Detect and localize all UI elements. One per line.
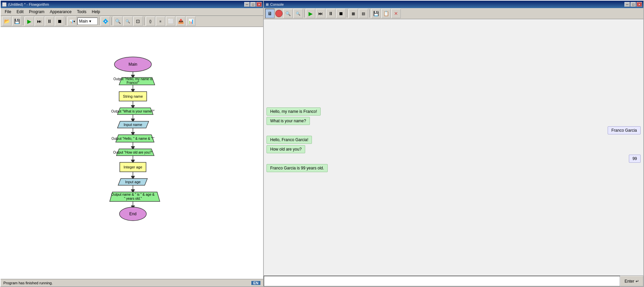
flowgorithm-status-bar: Program has finished running. EN [1, 279, 263, 286]
shapes-btn[interactable]: 💠 [101, 17, 110, 26]
console-run-btn[interactable]: ▶ [306, 9, 315, 18]
console-messages-area[interactable]: Hello, my name is Franco! What is your n… [264, 19, 643, 276]
open-btn[interactable]: 📂 [2, 17, 11, 26]
menu-appearance[interactable]: Appearance [47, 9, 74, 15]
lang-badge: EN [251, 281, 260, 285]
console-record-btn[interactable] [275, 10, 283, 17]
svg-text:End: End [129, 212, 136, 216]
console-msg-5: How old are you? [266, 145, 305, 153]
save-btn[interactable]: 💾 [12, 17, 22, 26]
stop-btn[interactable]: ⏹ [55, 17, 64, 26]
svg-text:" years old.": " years old." [124, 197, 142, 200]
zoom-fit-btn[interactable]: ⊡ [133, 17, 143, 26]
console-view1-btn[interactable]: ▦ [349, 9, 358, 18]
console-msg-2: What is your name? [266, 117, 310, 125]
console-window: 🖥 Console ─ □ ✕ 🖥 🔍 🔍 ▶ ⏭ ⏸ ⏹ ▦ ▤ 💾 [264, 0, 644, 287]
flowgorithm-close-btn[interactable]: ✕ [256, 2, 262, 7]
run-btn[interactable]: ▶ [25, 17, 34, 26]
enter-icon: ↵ [636, 279, 639, 284]
code-view-btn[interactable]: {} [146, 17, 155, 26]
flowgorithm-window: ⬜ (Untitled) * - Flowgorithm ─ □ ✕ File … [0, 0, 264, 287]
status-text: Program has finished running. [3, 281, 53, 285]
flowgorithm-title-icon: ⬜ [2, 2, 7, 7]
sep4 [111, 17, 112, 25]
console-input-field[interactable] [264, 276, 620, 286]
svg-text:Output "What is your name?": Output "What is your name?" [111, 109, 155, 113]
console-step-end-btn[interactable]: ⏭ [316, 9, 325, 18]
console-messages-list: Hello, my name is Franco! What is your n… [265, 21, 642, 189]
console-input-bar: Enter ↵ [264, 276, 643, 286]
svg-text:Integer age: Integer age [123, 165, 142, 169]
pause-btn[interactable]: ⏸ [45, 17, 54, 26]
console-toolbar: 🖥 🔍 🔍 ▶ ⏭ ⏸ ⏹ ▦ ▤ 💾 📋 ✕ [264, 8, 643, 19]
flowgorithm-menu-bar: File Edit Program Appearance Tools Help [1, 8, 263, 16]
console-zoom-in-btn[interactable]: 🔍 [283, 9, 293, 18]
flowgorithm-minimize-btn[interactable]: ─ [244, 2, 250, 7]
sep3 [99, 17, 99, 25]
console-msg-7: Franco Garcia is 99 years old. [266, 164, 328, 172]
flowchart-btn[interactable]: ⬜ [166, 17, 175, 26]
dropdown-arrow: ▾ [89, 19, 91, 24]
console-zoom-out-btn[interactable]: 🔍 [293, 9, 303, 18]
csep1 [304, 9, 305, 18]
flowchart-svg: Main Output "Hello, my name is Franco!" … [4, 27, 260, 263]
console-spacer [266, 22, 641, 106]
console-stop-btn[interactable]: ⏹ [336, 9, 346, 18]
svg-text:Input name: Input name [123, 123, 142, 127]
menu-help[interactable]: Help [89, 9, 103, 15]
zoom-in-btn[interactable]: 🔍 [113, 17, 122, 26]
flowchart-canvas-area[interactable]: Main Output "Hello, my name is Franco!" … [1, 27, 263, 279]
svg-text:String name: String name [123, 94, 143, 98]
flowgorithm-title-bar: ⬜ (Untitled) * - Flowgorithm ─ □ ✕ [1, 1, 263, 8]
console-close-btn[interactable]: ✕ [637, 2, 642, 7]
svg-text:Output "Hello, " & name & "!": Output "Hello, " & name & "!" [111, 137, 154, 140]
sep5 [144, 17, 144, 25]
svg-text:Main: Main [129, 62, 137, 67]
sep1 [23, 17, 23, 25]
pseudocode-btn[interactable]: ≡ [156, 17, 165, 26]
console-msg-3: Franco Garcia [608, 126, 641, 134]
console-title: Console [270, 2, 284, 6]
console-view2-btn[interactable]: ▤ [359, 9, 368, 18]
zoom-out-btn[interactable]: 🔍 [123, 17, 133, 26]
enter-label: Enter [624, 279, 634, 284]
svg-text:Output "How old are you?": Output "How old are you?" [113, 151, 153, 154]
console-save-btn[interactable]: 💾 [371, 9, 381, 18]
flowgorithm-toolbar: 📂 💾 ▶ ⏭ ⏸ ⏹ 📊▾ Main ▾ 💠 🔍 🔍 ⊡ {} ≡ ⬜ 📤 [1, 16, 263, 27]
menu-tools[interactable]: Tools [74, 9, 89, 15]
console-msg-4: Hello, Franco Garcia! [266, 136, 312, 144]
csep3 [369, 9, 370, 18]
svg-text:Franco!": Franco!" [127, 81, 139, 85]
console-screen-btn[interactable]: 🖥 [265, 9, 275, 18]
menu-edit[interactable]: Edit [14, 9, 26, 15]
console-enter-btn[interactable]: Enter ↵ [620, 276, 643, 286]
mode-btn[interactable]: 📊▾ [67, 17, 77, 26]
console-clear-btn[interactable]: ✕ [391, 9, 401, 18]
menu-file[interactable]: File [2, 9, 14, 15]
svg-text:Output name & " is " & age &: Output name & " is " & age & [111, 193, 155, 196]
csep2 [347, 9, 347, 18]
console-maximize-btn[interactable]: □ [631, 2, 636, 7]
menu-program[interactable]: Program [26, 9, 47, 15]
main-dropdown[interactable]: Main ▾ [77, 18, 98, 25]
flowgorithm-title: (Untitled) * - Flowgorithm [8, 2, 49, 6]
step-btn[interactable]: ⏭ [35, 17, 44, 26]
sep2 [66, 17, 66, 25]
console-title-icon: 🖥 [265, 2, 269, 6]
console-pause-btn[interactable]: ⏸ [326, 9, 335, 18]
console-minimize-btn[interactable]: ─ [624, 2, 630, 7]
console-title-bar: 🖥 Console ─ □ ✕ [264, 1, 643, 8]
flowgorithm-maximize-btn[interactable]: □ [250, 2, 256, 7]
export2-btn[interactable]: 📊 [186, 17, 195, 26]
svg-text:Input age: Input age [125, 180, 141, 184]
svg-text:Output "Hello, my name is: Output "Hello, my name is [113, 77, 152, 81]
export1-btn[interactable]: 📤 [176, 17, 185, 26]
console-msg-6: 99 [629, 155, 641, 163]
console-copy-btn[interactable]: 📋 [381, 9, 391, 18]
console-msg-1: Hello, my name is Franco! [266, 107, 321, 116]
main-dropdown-label: Main [79, 19, 88, 24]
